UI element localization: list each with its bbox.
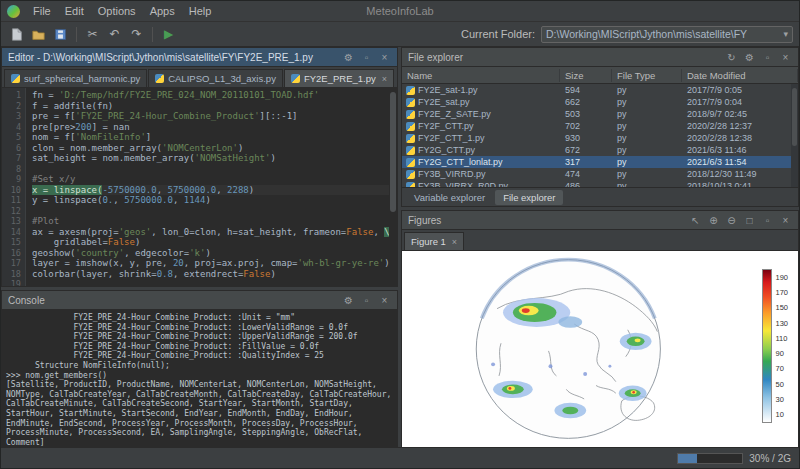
save-file-icon[interactable] — [51, 25, 70, 44]
zoom-out-icon[interactable]: ⊖ — [725, 215, 738, 226]
code-line[interactable]: pre[pre>200] = nan — [32, 122, 389, 133]
code-token: , — [216, 185, 227, 195]
open-file-icon[interactable] — [29, 25, 48, 44]
table-row[interactable]: FY2E_Z_SATE.py503py2018/9/7 02:45 — [402, 108, 798, 120]
console-panel-title: Console — [8, 295, 45, 306]
code-line[interactable] — [32, 279, 389, 286]
code-token: 'wh-bl-gr-ye-re' — [298, 258, 385, 268]
code-line[interactable]: nom = f['NomFileInfo'] — [32, 132, 389, 143]
editor-scrollbar-thumb[interactable] — [390, 92, 396, 212]
code-line[interactable] — [32, 164, 389, 175]
line-number: 5 — [2, 132, 21, 143]
editor-scrollbar[interactable] — [389, 88, 397, 286]
file-table-scrollbar-thumb[interactable] — [792, 88, 797, 146]
table-row[interactable]: FY2F_CTT_1.py930py2020/2/28 12:38 — [402, 132, 798, 144]
line-number: 18 — [2, 269, 21, 280]
file-table-header: NameSizeFile TypeDate Modified — [402, 67, 798, 84]
editor-tab[interactable]: FY2E_PRE_1.py× — [284, 69, 394, 87]
close-icon[interactable]: × — [779, 215, 792, 226]
settings-icon[interactable]: ⚙ — [342, 295, 355, 306]
menu-file[interactable]: File — [26, 4, 58, 18]
code-token: False — [346, 227, 373, 237]
console-output[interactable]: FY2E_PRE_24-Hour_Combine_Product: :Unit … — [2, 310, 397, 447]
code-line[interactable]: x = linspace(-5750000.0, 5750000.0, 2288… — [32, 185, 389, 196]
code-line[interactable]: #Set x/y — [32, 174, 389, 185]
code-token: 'NOMSatHeight' — [195, 153, 271, 163]
code-line[interactable]: geoshow('country', edgecolor='k') — [32, 248, 389, 259]
full-extent-icon[interactable]: □ — [743, 215, 756, 226]
editor-tab[interactable]: CALIPSO_L1_3d_axis.py — [148, 69, 283, 87]
code-line[interactable]: ax = axesm(proj='geos', lon_0=clon, h=sa… — [32, 227, 389, 238]
close-tab-icon[interactable]: × — [382, 74, 387, 84]
code-line[interactable] — [32, 206, 389, 217]
menu-options[interactable]: Options — [91, 4, 143, 18]
file-date-cell: 2018/10/13 0:41 — [682, 181, 798, 187]
column-header-size[interactable]: Size — [560, 69, 612, 82]
memory-indicator[interactable]: 30% / 2G — [677, 453, 791, 464]
figure-canvas[interactable]: 1901701501301109070503010 — [402, 251, 798, 447]
settings-icon[interactable]: ⚙ — [743, 52, 756, 63]
float-icon[interactable]: ▫ — [360, 52, 373, 63]
code-line[interactable]: f = addfile(fn) — [32, 101, 389, 112]
table-row[interactable]: FY2E_sat.py662py2017/7/9 0:04 — [402, 96, 798, 108]
close-tab-icon[interactable]: × — [452, 237, 457, 247]
code-token: ) — [135, 237, 140, 247]
cut-icon[interactable]: ✂ — [83, 25, 102, 44]
editor-tab[interactable]: surf_spherical_harmonic.py — [4, 69, 147, 87]
code-line[interactable]: layer = imshow(x, y, pre, 20, proj=ax.pr… — [32, 258, 389, 269]
file-name-cell: FY2G_CTT.py — [402, 145, 560, 155]
file-table-scrollbar[interactable] — [791, 84, 798, 187]
float-icon[interactable]: ▫ — [761, 52, 774, 63]
line-number: 12 — [2, 206, 21, 217]
code-token: ) — [270, 269, 275, 279]
menu-help[interactable]: Help — [182, 4, 219, 18]
column-header-file-type[interactable]: File Type — [612, 69, 682, 82]
code-token: 'geos' — [119, 227, 152, 237]
code-line[interactable]: colorbar(layer, shrink=0.8, extendrect=F… — [32, 269, 389, 280]
zoom-in-icon[interactable]: ⊕ — [707, 215, 720, 226]
code-line[interactable]: #Plot — [32, 216, 389, 227]
table-row[interactable]: FY3B_VIRRX_R0D.py486py2018/10/13 0:41 — [402, 180, 798, 187]
code-token: sat_height = nom.member_array( — [32, 153, 195, 163]
menu-edit[interactable]: Edit — [58, 4, 91, 18]
file-size-cell: 672 — [560, 145, 612, 155]
menu-apps[interactable]: Apps — [143, 4, 182, 18]
new-file-icon[interactable] — [7, 25, 26, 44]
run-script-icon[interactable]: ▶ — [159, 25, 178, 44]
close-icon[interactable]: × — [378, 295, 391, 306]
settings-icon[interactable]: ⚙ — [342, 52, 355, 63]
column-header-name[interactable]: Name — [402, 69, 560, 82]
editor-code[interactable]: fn = 'D:/Temp/hdf/FY2E_PRE_024_NOM_20110… — [26, 88, 389, 286]
chevron-down-icon[interactable]: ▾ — [783, 29, 788, 39]
code-token: x = linspace( — [32, 185, 102, 195]
tab-variable-explorer[interactable]: Variable explorer — [406, 190, 493, 205]
table-row[interactable]: FY2G_CTT_lonlat.py317py2021/6/3 11:54 — [402, 156, 798, 168]
float-icon[interactable]: ▫ — [360, 295, 373, 306]
tab-file-explorer[interactable]: File explorer — [495, 190, 563, 205]
table-row[interactable]: FY3B_VIRRD.py474py2018/12/30 11:49 — [402, 168, 798, 180]
table-row[interactable]: FY2F_CTT.py702py2020/2/28 12:37 — [402, 120, 798, 132]
float-icon[interactable]: ▫ — [761, 215, 774, 226]
code-line[interactable]: pre = f['FY2E_PRE_24-Hour_Combine_Produc… — [32, 111, 389, 122]
table-row[interactable]: FY2G_CTT.py672py2021/6/3 11:46 — [402, 144, 798, 156]
figure-tab[interactable]: Figure 1 × — [404, 232, 464, 250]
table-row[interactable]: FY2E_sat-1.py594py2017/7/9 0:05 — [402, 84, 798, 96]
close-icon[interactable]: × — [779, 52, 792, 63]
pointer-icon[interactable]: ↖ — [689, 215, 702, 226]
code-token: , edgecolor= — [124, 248, 189, 258]
refresh-icon[interactable]: ↻ — [725, 52, 738, 63]
file-name-label: FY2F_CTT_1.py — [418, 133, 485, 143]
figure-colorbar: 1901701501301109070503010 — [762, 269, 788, 423]
close-icon[interactable]: × — [378, 52, 391, 63]
code-line[interactable]: clon = nom.member_array('NOMCenterLon') — [32, 143, 389, 154]
code-token: , proj=ax.proj, cmap= — [184, 258, 298, 268]
undo-icon[interactable]: ↶ — [105, 25, 124, 44]
code-line[interactable]: fn = 'D:/Temp/hdf/FY2E_PRE_024_NOM_20110… — [32, 90, 389, 101]
code-line[interactable]: gridlabel=False) — [32, 237, 389, 248]
redo-icon[interactable]: ↷ — [127, 25, 146, 44]
code-line[interactable]: y = linspace(0., 5750000.0, 1144) — [32, 195, 389, 206]
column-header-date-modified[interactable]: Date Modified — [682, 69, 798, 82]
python-file-icon — [11, 74, 20, 83]
current-folder-combobox[interactable]: D:\Working\MIScript\Jython\mis\satellite… — [541, 26, 793, 43]
code-line[interactable]: sat_height = nom.member_array('NOMSatHei… — [32, 153, 389, 164]
